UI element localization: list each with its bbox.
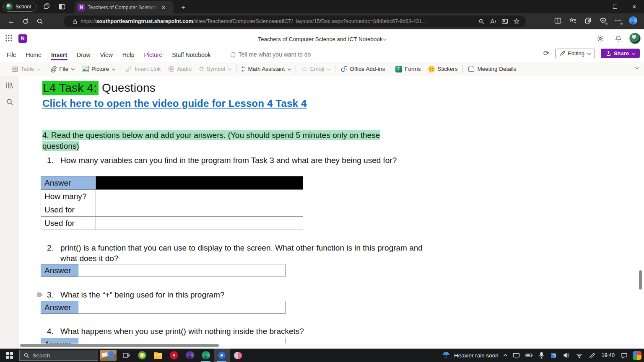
- q2-answer-cell[interactable]: [78, 264, 286, 277]
- copilot-365-icon[interactable]: [631, 349, 642, 362]
- ribbon-emoji-button[interactable]: ☺ Emoji: [297, 63, 334, 75]
- network-icon[interactable]: [574, 349, 585, 362]
- gear-icon[interactable]: [595, 34, 605, 44]
- ribbon-stickers-button[interactable]: Stickers: [424, 63, 461, 75]
- video-guide-link[interactable]: Click here to open the video guide for L…: [42, 98, 307, 109]
- tray-expand-chevron[interactable]: [502, 349, 509, 362]
- menu-home[interactable]: Home: [24, 48, 44, 61]
- file-explorer-icon[interactable]: [150, 349, 166, 362]
- q1-answer-cell-selected[interactable]: [96, 176, 303, 190]
- q1-answer-cell[interactable]: [96, 217, 303, 230]
- expressvpn-icon[interactable]: V: [166, 349, 182, 362]
- page-canvas[interactable]: L4 Task 4: Questions Click here to open …: [0, 76, 644, 349]
- editing-mode-button[interactable]: Editing: [555, 49, 595, 58]
- ribbon-picture-button[interactable]: Picture: [78, 63, 119, 75]
- search-placeholder: Search: [33, 352, 50, 359]
- table-row: Answer: [41, 176, 303, 190]
- ribbon-file-button[interactable]: File: [47, 63, 78, 75]
- browser-profile-button[interactable]: School: [3, 2, 36, 12]
- collections-icon[interactable]: [580, 14, 595, 27]
- lock-icon[interactable]: [69, 16, 80, 26]
- split-screen-icon[interactable]: [550, 14, 565, 27]
- table-row: How many?: [41, 190, 303, 203]
- sync-icon[interactable]: ⟳: [543, 49, 549, 58]
- share-button[interactable]: Share: [601, 49, 640, 58]
- ribbon-symbol-button[interactable]: Ω Symbol: [195, 63, 235, 75]
- page-search-icon[interactable]: [5, 97, 15, 107]
- address-bar[interactable]: https://southportlearningtrust.sharepoin…: [64, 16, 526, 27]
- ribbon-table-button[interactable]: Table: [8, 63, 44, 75]
- favorite-star-icon[interactable]: [511, 16, 522, 26]
- question-2: 2. print() is a function that you can us…: [42, 243, 424, 264]
- browser-tab[interactable]: N Teachers of Computer Science and ICT ✕: [75, 1, 174, 13]
- pen-icon[interactable]: [587, 349, 597, 362]
- ribbon-math-assistant-button[interactable]: +−x= Math Assistant: [238, 63, 294, 75]
- favorites-hub-icon[interactable]: [565, 14, 580, 27]
- bell-icon[interactable]: [613, 34, 623, 44]
- menu-picture[interactable]: Picture: [142, 48, 165, 61]
- pinned-app-media-icon[interactable]: [134, 349, 150, 362]
- tell-me-box[interactable]: Tell me what you want to do: [231, 51, 311, 58]
- pinned-app-teal-icon[interactable]: [198, 349, 214, 362]
- ribbon-office-addins-button[interactable]: Office Add-ins: [337, 63, 389, 75]
- refresh-icon[interactable]: [18, 15, 33, 28]
- pinned-app-brain-icon[interactable]: [230, 349, 246, 362]
- battery-icon[interactable]: [524, 349, 535, 362]
- browser-essentials-icon[interactable]: [595, 14, 610, 27]
- immersive-reader-icon[interactable]: [499, 16, 511, 26]
- start-button[interactable]: [0, 349, 19, 362]
- copilot-icon[interactable]: [626, 14, 641, 27]
- window-controls: ✕: [586, 0, 644, 13]
- pinned-app-purple-icon[interactable]: [182, 349, 198, 362]
- q1-answer-cell[interactable]: [96, 190, 303, 203]
- read-aloud-icon[interactable]: [487, 16, 499, 26]
- vertical-tabs-icon[interactable]: [56, 1, 68, 12]
- taskbar-search-box[interactable]: Search: [19, 350, 98, 361]
- minimize-button[interactable]: [586, 0, 605, 13]
- menu-draw[interactable]: Draw: [75, 48, 93, 61]
- horizontal-scrollbar-thumb[interactable]: [20, 344, 219, 347]
- zoom-out-icon[interactable]: [475, 16, 487, 26]
- ribbon-meeting-details-button[interactable]: Meeting Details: [464, 63, 520, 75]
- ribbon-insert-link-button[interactable]: Insert Link: [122, 63, 164, 75]
- menu-view[interactable]: View: [98, 48, 115, 61]
- ribbon-audio-button[interactable]: Audio: [164, 63, 195, 75]
- cast-icon[interactable]: [511, 349, 522, 362]
- action-center-icon[interactable]: [619, 349, 630, 362]
- search-highlights-icon[interactable]: [98, 349, 118, 362]
- url-text[interactable]: https://southportlearningtrust.sharepoin…: [80, 18, 475, 24]
- workspaces-icon[interactable]: [40, 1, 52, 12]
- menu-staff-notebook[interactable]: Staff Notebook: [170, 48, 213, 61]
- microphone-icon[interactable]: [536, 349, 547, 362]
- q4-answer-cell[interactable]: [78, 338, 286, 344]
- notebooks-icon[interactable]: [5, 80, 15, 90]
- notebook-title[interactable]: Teachers of Computer Science and ICT Not…: [0, 36, 644, 42]
- active-browser-icon[interactable]: [214, 349, 230, 362]
- q3-answer-cell[interactable]: [78, 301, 286, 314]
- search-button-icon[interactable]: [33, 15, 47, 28]
- horizontal-scrollbar[interactable]: [19, 344, 644, 348]
- weather-text[interactable]: Heavier rain soon: [454, 352, 499, 359]
- task-view-icon[interactable]: [118, 349, 134, 362]
- calendar-icon: [468, 66, 475, 72]
- account-avatar[interactable]: [629, 33, 641, 44]
- menu-insert[interactable]: Insert: [49, 48, 69, 61]
- back-icon[interactable]: ←: [4, 15, 18, 28]
- tab-close-icon[interactable]: ✕: [161, 5, 166, 10]
- forms-icon: F: [395, 66, 402, 72]
- weather-umbrella-icon[interactable]: [441, 349, 452, 362]
- math-icon: +−x=: [242, 66, 245, 72]
- new-tab-button[interactable]: +: [181, 3, 185, 12]
- ribbon-forms-button[interactable]: F Forms: [392, 63, 424, 75]
- menu-help[interactable]: Help: [120, 48, 137, 61]
- q4-answer-table-clipped: Answer: [41, 338, 286, 344]
- close-button[interactable]: ✕: [625, 0, 644, 13]
- menu-file[interactable]: File: [5, 48, 18, 61]
- clock[interactable]: 19:40: [599, 352, 617, 358]
- vertical-scrollbar-thumb[interactable]: [639, 270, 642, 290]
- restore-button[interactable]: [605, 0, 625, 13]
- settings-more-icon[interactable]: [610, 14, 626, 27]
- volume-icon[interactable]: [561, 349, 572, 362]
- teams-tray-icon[interactable]: [549, 349, 560, 362]
- q1-answer-cell[interactable]: [96, 203, 303, 217]
